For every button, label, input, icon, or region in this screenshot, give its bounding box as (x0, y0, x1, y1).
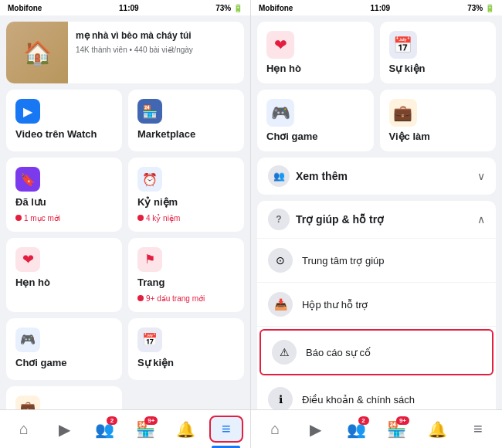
bottom-nav-left: ⌂ ▶ 👥 2 🏪 9+ 🔔 ≡ (0, 409, 250, 448)
right-panel: Mobifone 11:09 73% 🔋 ❤ Hẹn hò 📅 Sự kiện (251, 0, 502, 448)
nav-bell[interactable]: 🔔 (165, 410, 205, 448)
pages-card[interactable]: ⚑ Trang 9+ dấu trang mới (128, 238, 244, 312)
right-bell-icon: 🔔 (428, 420, 447, 439)
saved-card[interactable]: 🔖 Đã lưu 1 mục mới (6, 158, 122, 232)
time-left: 11:09 (119, 4, 139, 12)
right-support-section: ? Trợ giúp & hỗ trợ ∧ ⊙ Trung tâm trợ gi… (257, 201, 496, 409)
right-nav-home[interactable]: ⌂ (255, 410, 296, 448)
marketplace-label: Marketplace (137, 128, 235, 141)
terms-label: Điều khoản & chính sách (302, 394, 415, 406)
right-games-icon: 🎮 (266, 99, 294, 127)
article-image: 🏠 (6, 22, 68, 83)
nav-watch[interactable]: ▶ (44, 410, 84, 448)
video-label: Video trên Watch (15, 128, 113, 141)
saved-icon: 🔖 (15, 167, 40, 192)
terms-item[interactable]: ℹ Điều khoản & chính sách (257, 378, 496, 409)
right-watch-icon: ▶ (310, 420, 321, 439)
right-see-more-left: 👥 Xem thêm (268, 165, 348, 187)
dating-icon: ❤ (15, 247, 40, 272)
right-dating-icon: ❤ (266, 31, 294, 59)
right-home-icon: ⌂ (270, 420, 280, 438)
games-icon: 🎮 (15, 328, 40, 352)
right-see-more-label: Xem thêm (296, 170, 348, 182)
home-icon: ⌂ (19, 420, 29, 438)
right-games-card[interactable]: 🎮 Chơi game (257, 90, 374, 151)
help-center-item[interactable]: ⊙ Trung tâm trợ giúp (257, 239, 496, 283)
right-events-label: Sự kiện (389, 63, 487, 74)
right-nav-friends[interactable]: 👥 2 (336, 410, 377, 448)
report-issue-icon: ⚠ (272, 340, 297, 365)
cards-row-1: ▶ Video trên Watch 🏪 Marketplace (6, 90, 244, 151)
carrier-right: Mobifone (259, 4, 293, 12)
right-store-badge: 9+ (396, 416, 409, 425)
cards-row-2: 🔖 Đã lưu 1 mục mới ⏰ Kỷ niệm 4 kỷ niệm (6, 158, 244, 232)
events-card[interactable]: 📅 Sự kiện (128, 318, 244, 380)
menu-active-box: ≡ (209, 416, 243, 443)
right-cards-row-2: 🎮 Chơi game 💼 Việc làm (257, 90, 496, 151)
right-support-icon: ? (268, 209, 290, 230)
article-meta: 14K thành viên • 440 bài viết/ngày (76, 46, 236, 54)
video-card[interactable]: ▶ Video trên Watch (6, 90, 122, 151)
help-center-icon: ⊙ (268, 248, 293, 273)
right-support-label: Trợ giúp & hỗ trợ (296, 213, 384, 226)
right-dating-card[interactable]: ❤ Hẹn hò (257, 22, 374, 83)
report-issue-label: Báo cáo sự cố (306, 347, 371, 358)
right-nav-watch[interactable]: ▶ (296, 410, 337, 448)
nav-home[interactable]: ⌂ (4, 410, 44, 448)
events-icon: 📅 (137, 328, 162, 352)
nav-friends[interactable]: 👥 2 (85, 410, 125, 448)
right-nav-store[interactable]: 🏪 9+ (377, 410, 418, 448)
article-card[interactable]: 🏠 mẹ nhà vì bèo mà cháy túi 14K thành vi… (6, 22, 244, 83)
article-content: mẹ nhà vì bèo mà cháy túi 14K thành viên… (68, 22, 244, 83)
time-right: 11:09 (371, 4, 391, 12)
jobs-card[interactable]: 💼 Việc làm (6, 386, 122, 409)
memory-card[interactable]: ⏰ Kỷ niệm 4 kỷ niệm (128, 158, 244, 232)
right-jobs-icon: 💼 (389, 99, 417, 127)
right-nav-bell[interactable]: 🔔 (417, 410, 458, 448)
right-nav-menu[interactable]: ≡ (458, 410, 499, 448)
video-icon: ▶ (15, 99, 40, 124)
left-panel: Mobifone 11:09 73% 🔋 🏠 mẹ nhà vì bèo mà … (0, 0, 251, 448)
cards-row-5: 💼 Việc làm (6, 386, 244, 409)
right-events-card[interactable]: 📅 Sự kiện (380, 22, 497, 83)
memory-icon: ⏰ (137, 167, 162, 192)
games-card[interactable]: 🎮 Chơi game (6, 318, 122, 380)
left-scroll-content: 🏠 mẹ nhà vì bèo mà cháy túi 14K thành vi… (0, 15, 250, 409)
nav-store[interactable]: 🏪 9+ (125, 410, 165, 448)
status-bar-left: Mobifone 11:09 73% 🔋 (0, 0, 250, 15)
games-label: Chơi game (15, 357, 113, 370)
dating-card[interactable]: ❤ Hẹn hò (6, 238, 122, 312)
support-inbox-item[interactable]: 📥 Hộp thư hỗ trợ (257, 283, 496, 327)
memory-label: Kỷ niệm (137, 196, 235, 209)
pages-badge: 9+ dấu trang mới (137, 294, 235, 303)
right-scroll-content: ❤ Hẹn hò 📅 Sự kiện 🎮 Chơi game � (251, 15, 502, 409)
right-see-more[interactable]: 👥 Xem thêm ∨ (257, 158, 496, 195)
marketplace-card[interactable]: 🏪 Marketplace (128, 90, 244, 151)
right-see-more-icon: 👥 (268, 165, 290, 187)
cards-row-4: 🎮 Chơi game 📅 Sự kiện (6, 318, 244, 380)
watch-icon: ▶ (59, 420, 70, 439)
help-center-label: Trung tâm trợ giúp (302, 255, 385, 266)
saved-badge: 1 mục mới (15, 214, 113, 222)
terms-icon: ℹ (268, 387, 293, 409)
report-issue-item[interactable]: ⚠ Báo cáo sự cố (259, 329, 494, 375)
carrier-left: Mobifone (8, 4, 42, 12)
empty-card (128, 386, 244, 409)
support-inbox-label: Hộp thư hỗ trợ (302, 299, 368, 311)
bell-icon: 🔔 (176, 420, 195, 439)
events-label: Sự kiện (137, 357, 235, 370)
right-friends-badge: 2 (358, 416, 369, 425)
pages-icon: ⚑ (137, 247, 162, 272)
right-support-header[interactable]: ? Trợ giúp & hỗ trợ ∧ (257, 201, 496, 239)
right-jobs-label: Việc làm (389, 131, 487, 142)
memory-badge: 4 kỷ niệm (137, 214, 235, 222)
battery-right: 73% 🔋 (467, 4, 494, 12)
nav-menu-active[interactable]: ≡ (206, 410, 246, 448)
pages-label: Trang (137, 277, 235, 290)
right-dating-label: Hẹn hò (266, 63, 365, 74)
friends-badge: 2 (107, 416, 117, 425)
right-jobs-card[interactable]: 💼 Việc làm (380, 90, 497, 151)
status-bar-right: Mobifone 11:09 73% 🔋 (251, 0, 502, 15)
right-support-header-left: ? Trợ giúp & hỗ trợ (268, 209, 384, 230)
article-title: mẹ nhà vì bèo mà cháy túi (76, 29, 236, 42)
